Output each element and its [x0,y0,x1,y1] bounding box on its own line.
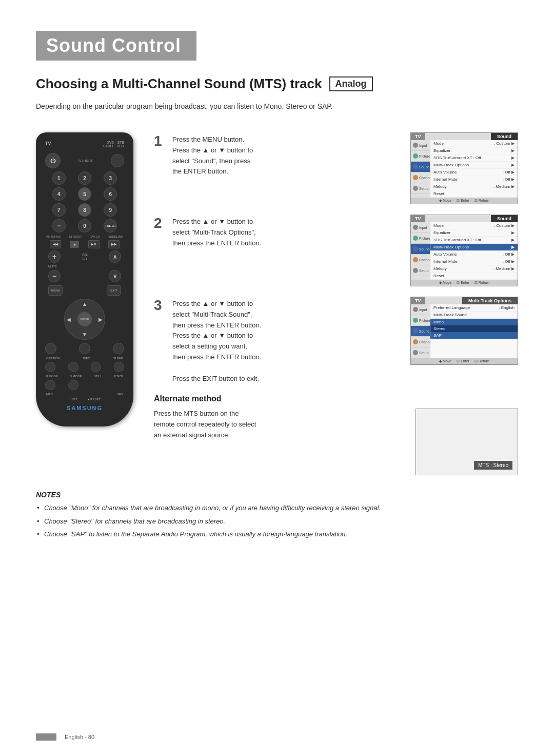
dash-button[interactable]: − [52,219,66,232]
remote-column: TV DVD STB CABLE VCR ⏻ [36,132,138,475]
picture-icon [413,153,418,159]
m3-input-label: Input [419,308,427,312]
num-2-button[interactable]: 2 [78,171,91,185]
m3-options-panel: Mono Stereo SAP [430,319,518,339]
num-9-button[interactable]: 9 [104,203,117,217]
exit-button[interactable]: EXIT [107,285,121,296]
intro-text: Depending on the particular program bein… [36,101,518,112]
menu3-footer-text: ◆ Move [439,359,451,363]
left-picture: Picture [411,151,430,162]
menu3-body: Preferred Language: English Multi-Track … [430,304,518,358]
nav-ring[interactable]: ▲ ▼ ◀ ▶ ENTER [64,299,105,340]
num-0-button[interactable]: 0 [78,219,91,232]
menu3-tv-label: TV [411,297,425,304]
power-button[interactable]: ⏻ [45,153,61,168]
m2-picture-label: Picture [419,237,430,240]
play-button[interactable]: ▶⏸ [88,240,100,248]
num-1-button[interactable]: 1 [52,171,66,185]
caption-info-sleep-labels: CAPTION INFO SLEEP [46,357,123,360]
menu1-enter-text: ⊡ Enter [457,199,469,203]
alternate-text: Press the MTS button on the remote contr… [154,409,405,440]
menu1-row-eq: Equalizer▶ [430,147,518,154]
num-3-button[interactable]: 3 [104,171,117,185]
melody-label: Melody [433,184,447,189]
m3-sound-label: Sound [419,329,429,333]
reset-label: ● RESET [88,398,101,401]
subtitle-row: Choosing a Multi-Channel Sound (MTS) tra… [36,76,518,92]
picture-label: Picture [419,154,430,158]
menu2-body: Mode: Custom ▶ Equalizer▶ SRS TruSurroun… [430,222,518,280]
dvd-stb-labels: DVD STB [107,141,124,144]
alternate-section: Alternate method Press the MTS button on… [154,394,518,475]
menu-button[interactable]: MENU [48,285,63,296]
srs-button[interactable] [68,380,78,390]
m3-mts-label: Multi-Track Sound [433,313,467,317]
rew-button[interactable]: ◀◀ [50,240,61,248]
num-8-button[interactable]: 8 [78,203,91,217]
m2-row-reset: Reset [430,273,518,280]
ch-up-button[interactable]: ∧ [109,250,121,263]
menu1-return-text: ⊡ Return [474,199,489,203]
vol-up-button[interactable]: + [48,250,61,263]
input-icon [413,143,418,148]
caption-info-sleep-row [45,343,124,354]
m3-channel-icon [413,339,418,344]
menu1-row-im: Internal Mute: Off ▶ [430,176,518,183]
stop-button[interactable]: ■ [70,241,79,248]
m2-sound-label: Sound [419,247,429,251]
enter-button[interactable]: ENTER [77,312,92,326]
num-5-button[interactable]: 5 [78,187,91,201]
nav-right-arrow[interactable]: ▶ [98,317,103,322]
step-3-text: Press the ▲ or ▼ button to select "Multi… [172,297,402,384]
sound-icon [413,164,418,169]
nav-up-arrow[interactable]: ▲ [82,301,87,307]
still-button[interactable] [91,362,101,372]
psize-button[interactable] [114,362,124,372]
menu1-footer-text: ◆ Move [439,199,451,203]
menu1-header: TV Sound [411,133,518,140]
menu1-footer: ◆ Move ⊡ Enter ⊡ Return [411,198,518,204]
nav-down-arrow[interactable]: ▼ [82,332,87,337]
num-7-button[interactable]: 7 [52,203,66,217]
ch-down-button[interactable]: ∨ [109,270,121,282]
pmode-button[interactable] [45,362,55,372]
vol-down-button[interactable]: − [48,270,61,282]
left-sound: Sound [411,162,430,172]
channel-icon [413,175,418,180]
vol-ch-labels: VOL CH [82,253,88,260]
sleep-label: SLEEP [113,357,123,360]
vcr-label: VCR [116,144,124,148]
info-button[interactable] [79,343,90,354]
menu3-sound-label: Multi-Track Options [462,297,518,304]
m2-im-value: : Off ▶ [503,259,515,264]
mute-row: MUTE [48,265,121,268]
mts-srs-row [45,380,124,390]
notes-list: Choose "Mono" for channels that are broa… [36,503,518,539]
num-6-button[interactable]: 6 [104,187,117,201]
m2-mode-label: Mode [433,223,444,228]
source-button[interactable] [111,154,124,167]
notes-title: NOTES [36,491,518,499]
m2-left-channel: Channel [411,255,430,265]
prech-button[interactable]: PRE-CH [104,219,117,232]
m3-left-sound: Sound [411,326,430,337]
m3-left-picture: Picture [411,315,430,326]
steps-column: 1 Press the MENU button. Press the ▲ or … [154,132,518,475]
ff-button[interactable]: ▶▶ [108,240,120,248]
step-1-number: 1 [154,132,164,150]
mts-button[interactable] [45,380,55,390]
m3-row-mts: Multi-Track Sound [430,312,518,319]
nav-left-arrow[interactable]: ◀ [67,317,71,322]
m3-option-stereo: Stereo [430,325,518,332]
sleep-button[interactable] [113,343,124,354]
smode-button[interactable] [68,362,78,372]
cable-vcr-labels: CABLE VCR [103,144,124,148]
m2-left-sound: Sound [411,244,430,255]
mts-screen: MTS : Stereo [416,409,518,475]
av-label: Auto Volume [433,170,457,175]
still-label: STILL [94,375,102,378]
nav-area: ▲ ▼ ◀ ▶ ENTER [46,299,123,340]
menu2-footer: ◆ Move ⊡ Enter ⊡ Return [411,280,518,286]
caption-button[interactable] [45,343,56,354]
num-4-button[interactable]: 4 [52,187,66,201]
